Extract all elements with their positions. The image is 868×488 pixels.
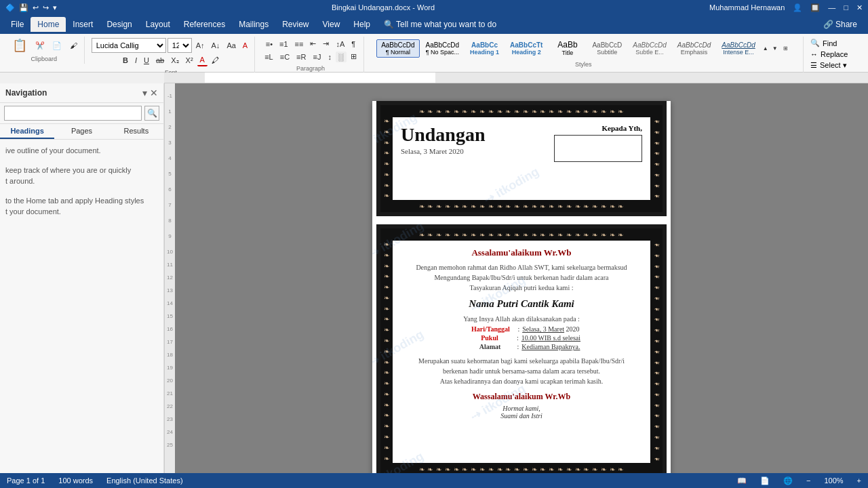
align-left-button[interactable]: ≡L: [262, 52, 276, 62]
superscript-button[interactable]: X²: [183, 55, 196, 66]
style-intense-emphasis[interactable]: AaBbCcDdIntense E...: [717, 39, 760, 58]
format-painter-button[interactable]: 🖌: [67, 40, 80, 51]
font-size-select[interactable]: 12: [167, 38, 192, 53]
invite-to-box: Kepada Yth,: [554, 124, 642, 162]
styles-down-button[interactable]: ▼: [771, 45, 779, 52]
align-right-button[interactable]: ≡R: [294, 52, 309, 62]
tab-layout[interactable]: Layout: [139, 17, 177, 32]
title-bar-right: Muhammad Hernawan 👤 🔲 — □ ✕: [709, 3, 863, 12]
tab-mailings[interactable]: Mailings: [232, 17, 275, 32]
strikethrough-button[interactable]: ab: [153, 55, 167, 66]
underline-button[interactable]: U: [141, 55, 152, 66]
select-button[interactable]: ☰ Select ▾: [808, 60, 860, 70]
invite-title: Undangan: [401, 124, 486, 146]
ruler: [164, 73, 868, 83]
tab-review[interactable]: Review: [275, 17, 315, 32]
paragraph-label: Paragraph: [296, 65, 325, 72]
style-heading2[interactable]: AaBbCcTtHeading 2: [505, 39, 547, 58]
quick-access-redo[interactable]: ↪: [43, 3, 49, 12]
tab-file[interactable]: File: [4, 17, 31, 32]
clear-format-button[interactable]: Aa: [224, 40, 238, 51]
document-area[interactable]: ⇢ itkoding ⇢ itkoding ⇢ itkoding ⇢ itkod…: [175, 83, 868, 487]
justify-button[interactable]: ≡J: [310, 52, 323, 62]
clipboard-label: Clipboard: [31, 56, 58, 62]
page-count: Page 1 of 1: [7, 476, 45, 485]
tab-view[interactable]: View: [316, 17, 347, 32]
maximize-button[interactable]: □: [844, 3, 848, 12]
sidebar-dropdown-button[interactable]: ▾: [142, 87, 147, 98]
font-color-button[interactable]: A: [197, 54, 208, 66]
styles-expand-button[interactable]: ⊞: [781, 44, 791, 53]
detail-intro: Yang Insya Allah akan dilaksanakan pada …: [402, 315, 641, 323]
zoom-out[interactable]: −: [806, 476, 810, 485]
sidebar-body: ive outline of your document. keep track…: [0, 140, 163, 223]
sidebar-line3: t around.: [5, 176, 158, 187]
user-name: Muhammad Hernawan: [709, 3, 785, 12]
tab-home[interactable]: Home: [31, 17, 66, 32]
top-section: ❧ ❧ ❧ ❧ ❧ ❧ ❧ ❧ ❧ ❧ ❧ ❧ ❧ ❧ ❧ ❧ ❧ ❧ ❧ ❧ …: [376, 101, 667, 216]
detail-row-1: Pukul : 10.00 WIB s.d selesai: [462, 334, 580, 342]
sidebar-search-input[interactable]: [4, 106, 142, 121]
replace-button[interactable]: ↔ Replace: [808, 49, 860, 59]
bold-button[interactable]: B: [120, 55, 131, 66]
style-emphasis[interactable]: AaBbCcDdEmphasis: [673, 39, 715, 58]
view-web[interactable]: 🌐: [783, 476, 793, 485]
ribbon-toggle[interactable]: 🔲: [810, 3, 820, 12]
font-family-select[interactable]: Lucida Callig: [92, 38, 166, 53]
sidebar-line4: to the Home tab and apply Heading styles: [5, 195, 158, 207]
style-normal[interactable]: AaBbCcDd¶ Normal: [376, 39, 419, 58]
sidebar-tab-results[interactable]: Results: [109, 124, 163, 139]
grow-font-button[interactable]: A↑: [193, 40, 208, 51]
minimize-button[interactable]: —: [828, 3, 835, 12]
sidebar-tab-pages[interactable]: Pages: [54, 124, 108, 139]
tab-insert[interactable]: Insert: [66, 17, 100, 32]
tab-design[interactable]: Design: [100, 17, 138, 32]
share-button[interactable]: 🔗 Share: [816, 17, 864, 32]
highlight-button[interactable]: 🖍: [209, 55, 222, 66]
styles-up-button[interactable]: ▲: [762, 45, 770, 52]
greeting: Assalamu'alaikum Wr.Wb: [402, 247, 641, 258]
quick-access-undo[interactable]: ↩: [33, 3, 39, 12]
decrease-indent-button[interactable]: ⇤: [307, 38, 319, 49]
view-print[interactable]: 📄: [760, 476, 770, 485]
invite-to-rect[interactable]: [554, 135, 642, 162]
change-case-button[interactable]: A: [240, 40, 250, 51]
cut-button[interactable]: ✂️: [33, 40, 47, 52]
style-subtle-emphasis[interactable]: AaBbCcDdSubtle E...: [628, 39, 671, 58]
paragraph-group: ≡• ≡1 ≡≡ ⇤ ⇥ ↕A ¶ ≡L ≡C ≡R ≡J ↕ ░ ⊞ Para…: [258, 37, 364, 73]
quick-access-save[interactable]: 💾: [19, 3, 28, 12]
paste-button[interactable]: 📋: [8, 38, 31, 53]
tab-search[interactable]: 🔍 Tell me what you want to do: [377, 17, 503, 32]
view-read[interactable]: 📖: [737, 476, 747, 485]
tab-help[interactable]: Help: [347, 17, 377, 32]
sidebar-header: Navigation ▾ ✕: [0, 83, 163, 103]
bullets-button[interactable]: ≡•: [263, 39, 275, 49]
sidebar-tab-headings[interactable]: Headings: [0, 124, 54, 139]
subscript-button[interactable]: X₂: [168, 55, 181, 66]
styles-gallery: AaBbCcDd¶ Normal AaBbCcDd¶ No Spac... Aa…: [376, 38, 790, 58]
style-title[interactable]: AaBbTitle: [549, 38, 586, 58]
zoom-level: 100%: [824, 476, 843, 485]
show-marks-button[interactable]: ¶: [349, 39, 358, 49]
style-no-space[interactable]: AaBbCcDd¶ No Spac...: [421, 39, 464, 58]
shrink-font-button[interactable]: A↓: [209, 40, 223, 51]
copy-button[interactable]: 📄: [50, 40, 64, 52]
invite-date: Selasa, 3 Maret 2020: [401, 147, 486, 155]
align-center-button[interactable]: ≡C: [277, 52, 292, 62]
line-spacing-button[interactable]: ↕: [325, 52, 334, 62]
style-heading1[interactable]: AaBbCcHeading 1: [465, 39, 504, 58]
zoom-in[interactable]: +: [857, 476, 861, 485]
sidebar-search-button[interactable]: 🔍: [144, 106, 159, 121]
numbering-button[interactable]: ≡1: [277, 39, 291, 49]
shading-button[interactable]: ░: [336, 52, 347, 62]
find-button[interactable]: 🔍 Find: [808, 38, 860, 48]
borders-button[interactable]: ⊞: [348, 51, 359, 62]
increase-indent-button[interactable]: ⇥: [320, 38, 332, 49]
close-button[interactable]: ✕: [856, 3, 863, 12]
italic-button[interactable]: I: [132, 55, 140, 66]
sort-button[interactable]: ↕A: [333, 39, 347, 49]
sidebar-close-button[interactable]: ✕: [150, 87, 158, 98]
multilevel-button[interactable]: ≡≡: [292, 39, 307, 49]
tab-references[interactable]: References: [177, 17, 232, 32]
style-subtitle[interactable]: AaBbCcDSubtitle: [587, 39, 627, 58]
